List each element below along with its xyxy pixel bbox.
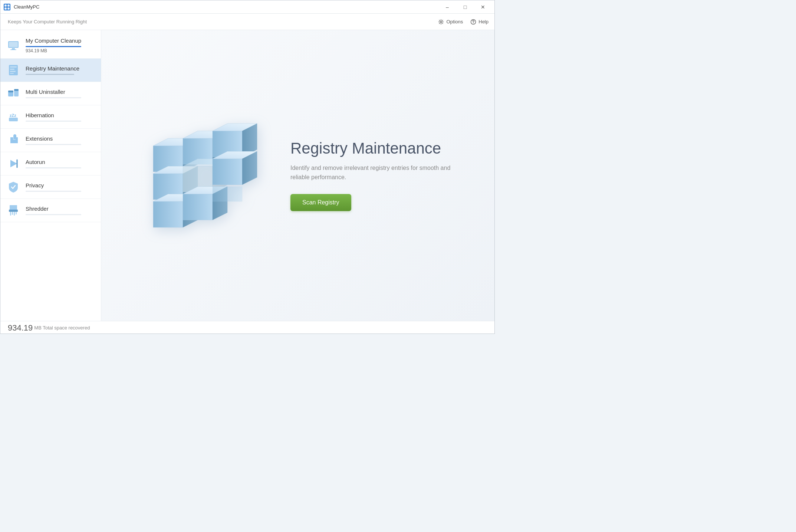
help-icon	[470, 19, 476, 25]
sidebar-label-shredder: Shredder	[26, 206, 95, 212]
sidebar-item-content-hibernation: Hibernation	[26, 112, 95, 122]
svg-marker-54	[213, 187, 242, 201]
progress-bar-autorun	[26, 167, 81, 168]
shredder-icon	[6, 203, 20, 217]
sidebar-sub-cleanup: 934.19 MB	[26, 48, 47, 53]
svg-rect-13	[10, 66, 17, 68]
sidebar-item-extensions[interactable]: Extensions	[0, 129, 101, 152]
registry-icon	[6, 63, 20, 77]
cube-illustration	[142, 98, 268, 253]
svg-rect-10	[12, 48, 15, 49]
computer-icon	[6, 39, 20, 53]
svg-rect-9	[9, 42, 18, 47]
subtitle-actions: Options Help	[438, 19, 489, 25]
subtitlebar: Keeps Your Computer Running Right Option…	[0, 14, 494, 30]
svg-rect-21	[9, 118, 18, 121]
svg-rect-15	[10, 71, 16, 72]
sidebar-label-cleanup: My Computer Cleanup	[26, 37, 95, 44]
progress-bar-registry	[26, 74, 74, 75]
minimize-button[interactable]: –	[439, 1, 456, 13]
svg-rect-11	[10, 49, 16, 50]
svg-rect-1	[4, 4, 7, 7]
main-layout: My Computer Cleanup 934.19 MB Registry M…	[0, 30, 494, 321]
svg-point-5	[440, 21, 442, 23]
main-title: Registry Maintenance	[290, 140, 454, 157]
info-panel: Registry Maintenance Identify and remove…	[290, 140, 454, 211]
main-description: Identify and remove irrelevant registry …	[290, 163, 454, 182]
titlebar-left: CleanMyPC	[3, 3, 39, 11]
svg-rect-25	[9, 210, 18, 212]
sidebar-item-content-privacy: Privacy	[26, 182, 95, 192]
sidebar-item-content-autorun: Autorun	[26, 159, 95, 168]
extensions-icon	[6, 133, 20, 147]
sidebar-item-content-extensions: Extensions	[26, 135, 95, 145]
sidebar-item-content-uninstaller: Multi Uninstaller	[26, 89, 95, 98]
sidebar-item-shredder[interactable]: Shredder	[0, 199, 101, 222]
svg-point-7	[473, 23, 474, 23]
app-subtitle: Keeps Your Computer Running Right	[8, 19, 87, 24]
sidebar-item-multi-uninstaller[interactable]: Multi Uninstaller	[0, 82, 101, 105]
svg-rect-3	[4, 7, 7, 10]
svg-rect-4	[7, 7, 10, 10]
statusbar: 934.19 MB Total space recovered	[0, 321, 494, 334]
svg-rect-18	[8, 91, 13, 92]
options-label: Options	[446, 19, 463, 24]
sidebar: My Computer Cleanup 934.19 MB Registry M…	[0, 30, 101, 321]
help-label: Help	[478, 19, 489, 24]
sidebar-label-uninstaller: Multi Uninstaller	[26, 89, 95, 95]
progress-bar-shredder	[26, 214, 81, 215]
sidebar-item-content-cleanup: My Computer Cleanup 934.19 MB	[26, 37, 95, 54]
svg-rect-24	[10, 205, 17, 210]
progress-bar-hibernation	[26, 121, 81, 122]
titlebar: CleanMyPC – □ ✕	[0, 0, 494, 14]
app-logo-icon	[3, 3, 11, 11]
gear-icon	[438, 19, 444, 25]
svg-rect-29	[16, 212, 17, 214]
status-amount: 934.19	[8, 323, 33, 333]
registry-cube-svg	[146, 101, 264, 250]
sidebar-item-hibernation[interactable]: zZz Hibernation	[0, 105, 101, 129]
svg-marker-45	[213, 159, 242, 185]
svg-rect-2	[7, 4, 10, 7]
app-title: CleanMyPC	[14, 4, 39, 10]
svg-rect-16	[10, 73, 14, 74]
svg-rect-28	[14, 212, 15, 216]
main-content: Registry Maintenance Identify and remove…	[101, 30, 494, 321]
progress-bar-extensions	[26, 144, 81, 145]
svg-rect-14	[10, 69, 14, 70]
privacy-icon	[6, 180, 20, 194]
sidebar-label-extensions: Extensions	[26, 135, 95, 142]
progress-bar-privacy	[26, 191, 81, 192]
help-action[interactable]: Help	[470, 19, 489, 25]
status-unit: MB Total space recovered	[34, 325, 90, 331]
sidebar-label-hibernation: Hibernation	[26, 112, 95, 118]
content-wrapper: Registry Maintenance Identify and remove…	[142, 98, 454, 253]
sidebar-label-registry: Registry Maintenance	[26, 65, 95, 72]
uninstaller-icon	[6, 86, 20, 101]
sidebar-label-autorun: Autorun	[26, 159, 95, 165]
sidebar-item-registry-maintenance[interactable]: Registry Maintenance	[0, 59, 101, 82]
svg-text:zZz: zZz	[10, 113, 16, 118]
maximize-button[interactable]: □	[457, 1, 474, 13]
progress-bar-uninstaller	[26, 97, 81, 98]
options-action[interactable]: Options	[438, 19, 463, 25]
svg-marker-51	[183, 194, 213, 220]
scan-registry-button[interactable]: Scan Registry	[290, 194, 351, 211]
sidebar-item-content-registry: Registry Maintenance	[26, 65, 95, 75]
progress-bar-cleanup	[26, 46, 81, 47]
svg-marker-48	[153, 201, 183, 227]
sidebar-item-my-computer-cleanup[interactable]: My Computer Cleanup 934.19 MB	[0, 33, 101, 59]
autorun-icon	[6, 157, 20, 171]
hibernation-icon: zZz	[6, 110, 20, 124]
window-controls: – □ ✕	[439, 1, 491, 13]
svg-rect-26	[10, 212, 11, 216]
sidebar-item-autorun[interactable]: Autorun	[0, 152, 101, 175]
svg-rect-20	[14, 89, 19, 91]
svg-marker-23	[10, 160, 17, 167]
sidebar-label-privacy: Privacy	[26, 182, 95, 188]
sidebar-item-content-shredder: Shredder	[26, 206, 95, 215]
sidebar-item-privacy[interactable]: Privacy	[0, 175, 101, 199]
svg-rect-27	[12, 212, 13, 215]
close-button[interactable]: ✕	[474, 1, 491, 13]
